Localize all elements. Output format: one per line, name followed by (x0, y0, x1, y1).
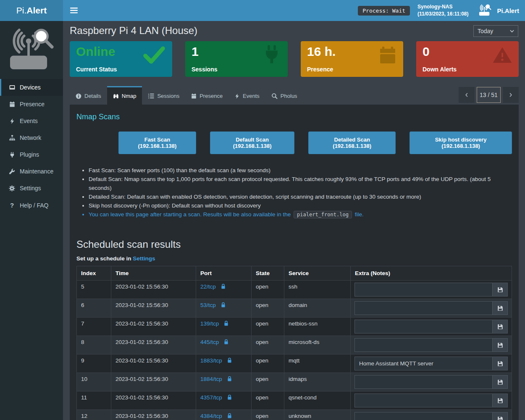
device-tabs: Details Nmap 123 Sessions Presence Event… (70, 86, 519, 105)
cell-service: netbios-ssn (284, 318, 351, 336)
nmap-scan-button[interactable]: Skip host discovery (192.168.1.138) (410, 131, 512, 154)
cell-index: 9 (77, 354, 111, 373)
cell-port: 1883/tcp (196, 354, 252, 373)
note-input[interactable] (354, 320, 493, 333)
table-row: 6 2023-01-02 15:56:30 53/tcp open domain (77, 299, 512, 318)
log-file-code: pialert_front.log (294, 211, 352, 218)
sidebar-item-events[interactable]: Events (0, 113, 63, 129)
note-input[interactable] (354, 283, 493, 297)
sidebar-item-settings[interactable]: Settings (0, 180, 63, 197)
sidebar-item-devices[interactable]: Devices (0, 79, 63, 96)
period-select[interactable]: Today (473, 25, 518, 37)
port-link[interactable]: 139/tcp (200, 320, 219, 327)
save-note-button[interactable] (493, 394, 508, 407)
port-link[interactable]: 1884/tcp (200, 376, 222, 382)
sidebar-item-presence[interactable]: Presence (0, 96, 63, 113)
port-link[interactable]: 4357/tcp (200, 394, 222, 401)
note-input-group (354, 283, 508, 297)
sidebar-toggle[interactable] (63, 0, 85, 21)
scan-results-body: 5 2023-01-02 15:56:30 22/tcp open ssh (77, 281, 512, 420)
tab-label: Nmap (122, 93, 136, 99)
tab-details[interactable]: Details (70, 86, 107, 105)
save-note-button[interactable] (493, 283, 508, 297)
port-link[interactable]: 22/tcp (200, 284, 216, 290)
tab-nmap[interactable]: Nmap (107, 86, 142, 105)
app-logo[interactable]: Pi.Alert (0, 0, 63, 21)
save-note-button[interactable] (493, 412, 508, 420)
cell-extra (351, 281, 512, 299)
cell-state: open (252, 281, 284, 299)
nmap-scan-button[interactable]: Detailed Scan (192.168.1.138) (308, 131, 396, 154)
save-note-button[interactable] (493, 320, 508, 333)
tab-label: Details (84, 93, 101, 99)
note-input-group (354, 301, 508, 315)
sidebar-item-maintenance[interactable]: Maintenance (0, 163, 63, 180)
table-row: 11 2023-01-02 15:56:30 4357/tcp open qsn… (77, 391, 512, 410)
nmap-scan-button[interactable]: Default Scan (192.168.1.138) (210, 131, 295, 154)
sidebar-item-network[interactable]: Network (0, 129, 63, 146)
tab-sessions[interactable]: 123 Sessions (142, 86, 185, 105)
brand-name[interactable]: Pi.Alert (497, 7, 519, 14)
process-status-badge: Process: Wait (358, 6, 410, 16)
table-row: 12 2023-01-02 15:56:30 4384/tcp open unk… (77, 410, 512, 420)
sidebar-item-label: Settings (20, 185, 41, 192)
lock-icon (221, 284, 226, 289)
calendar-icon (378, 46, 397, 65)
tab-presence[interactable]: Presence (185, 86, 228, 105)
lock-icon (227, 376, 232, 382)
note-input[interactable] (354, 394, 493, 407)
sidebar-menu: Devices Presence Events Network Plugins (0, 79, 63, 214)
save-note-button[interactable] (493, 375, 508, 389)
sidebar-item-label: Plugins (20, 151, 39, 158)
warning-icon (492, 46, 512, 64)
port-link[interactable]: 53/tcp (200, 302, 216, 308)
note-input-group (354, 320, 508, 333)
cell-state: open (252, 410, 284, 420)
note-text-before: You can leave this page after starting a… (89, 211, 291, 218)
save-icon (497, 361, 503, 367)
cell-service: unknown (284, 410, 351, 420)
tab-pholus[interactable]: Pholus (265, 86, 303, 105)
nmap-panel: Nmap Scans Fast Scan (192.168.1.138) Def… (70, 105, 519, 420)
next-device-button[interactable] (503, 87, 519, 103)
note-input[interactable] (354, 338, 493, 352)
cell-time: 2023-01-02 15:56:30 (111, 354, 196, 373)
col-header-extra: Extra (Notes) (351, 266, 512, 281)
save-note-button[interactable] (493, 338, 508, 352)
lock-icon (227, 394, 232, 400)
prev-device-button[interactable] (459, 87, 475, 103)
plug-icon (262, 44, 281, 64)
tab-label: Pholus (281, 93, 297, 99)
cell-port: 4357/tcp (196, 391, 252, 410)
tab-events[interactable]: Events (228, 86, 265, 105)
cell-port: 139/tcp (196, 318, 252, 336)
question-icon: ? (8, 202, 16, 209)
sidebar-item-label: Network (20, 134, 41, 141)
note-input[interactable] (354, 375, 493, 389)
check-icon (142, 46, 166, 64)
cell-index: 8 (77, 336, 111, 354)
cell-state: open (252, 373, 284, 391)
navbar-right: Process: Wait Synology-NAS (11/03/2023, … (358, 3, 525, 18)
cell-port: 4384/tcp (196, 410, 252, 420)
lock-icon (221, 302, 226, 308)
save-note-button[interactable] (493, 301, 508, 315)
cell-time: 2023-01-02 15:56:30 (111, 336, 196, 354)
note-input-group (354, 338, 508, 352)
alerts-label: Down Alerts (423, 66, 457, 73)
note-input[interactable] (354, 357, 493, 370)
nmap-scan-button[interactable]: Fast Scan (192.168.1.138) (118, 131, 196, 154)
save-icon (497, 342, 503, 348)
cell-state: open (252, 318, 284, 336)
port-link[interactable]: 445/tcp (200, 339, 219, 345)
port-link[interactable]: 1883/tcp (200, 357, 222, 364)
note-input[interactable] (354, 412, 493, 420)
save-note-button[interactable] (493, 357, 508, 370)
note-input[interactable] (354, 301, 493, 315)
sidebar-item-help[interactable]: ? Help / FAQ (0, 197, 63, 214)
sidebar-item-plugins[interactable]: Plugins (0, 146, 63, 163)
cell-state: open (252, 354, 284, 373)
settings-link[interactable]: Settings (133, 255, 155, 262)
note-input-group (354, 412, 508, 420)
port-link[interactable]: 4384/tcp (200, 413, 222, 419)
